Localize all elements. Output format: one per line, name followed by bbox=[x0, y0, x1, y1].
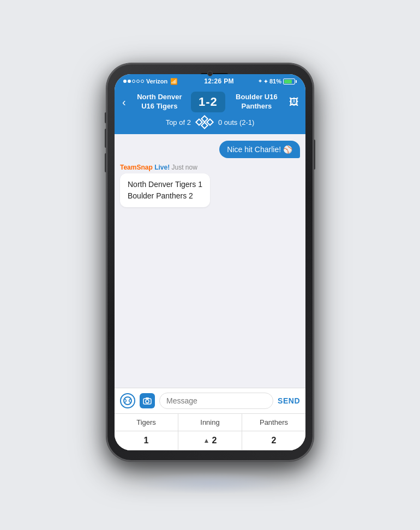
power-button bbox=[314, 140, 315, 170]
scorecard-data-row: 1 ▲ 2 2 bbox=[115, 431, 305, 450]
svg-rect-3 bbox=[146, 398, 149, 399]
inning-label: Top of 2 bbox=[166, 118, 191, 127]
chat-area: Nice hit Charlie! ⚾ TeamSnap Live! Just … bbox=[115, 134, 305, 388]
camera-notch bbox=[207, 71, 213, 76]
location-icon: ⌖ bbox=[259, 78, 262, 85]
wifi-icon: 📶 bbox=[170, 78, 178, 85]
battery-percent: 81% bbox=[269, 78, 281, 85]
battery-icon bbox=[283, 79, 297, 85]
battery-tip bbox=[296, 80, 297, 83]
inning-arrow: ▲ bbox=[203, 437, 210, 444]
scorecard-header-tigers: Tigers bbox=[115, 414, 178, 431]
bubble-text: Nice hit Charlie! ⚾ bbox=[227, 145, 292, 154]
outs-label: 0 outs (2-1) bbox=[218, 118, 254, 127]
signal-dot-4 bbox=[136, 80, 140, 83]
phone-body: Verizon 📶 12:26 PM ⌖ ✦ 81% bbox=[106, 63, 314, 461]
live-time: Just now bbox=[170, 164, 197, 171]
scorecard-inning-cell: ▲ 2 bbox=[178, 431, 242, 450]
score-text: 1-2 bbox=[199, 95, 218, 109]
bases-icon bbox=[195, 116, 214, 129]
signal-dot-5 bbox=[141, 80, 144, 83]
brand-name: TeamSnap bbox=[120, 164, 153, 171]
brand-live: Live! bbox=[153, 164, 170, 171]
scorecard-tigers-score: 1 bbox=[115, 431, 178, 450]
image-icon[interactable]: 🖼 bbox=[288, 97, 300, 108]
scorecard-header-inning: Inning bbox=[178, 414, 242, 431]
screen: Verizon 📶 12:26 PM ⌖ ✦ 81% bbox=[115, 74, 305, 450]
svg-point-0 bbox=[124, 397, 131, 405]
phone-wrapper: Verizon 📶 12:26 PM ⌖ ✦ 81% bbox=[106, 63, 314, 478]
live-card-line2: Boulder Panthers 2 bbox=[128, 190, 202, 202]
mute-button bbox=[105, 112, 106, 123]
send-button[interactable]: SEND bbox=[278, 396, 300, 405]
scorecard-panthers-score: 2 bbox=[242, 431, 305, 450]
volume-down-button bbox=[105, 153, 106, 172]
away-team-name: Boulder U16Panthers bbox=[227, 93, 286, 111]
carrier-label: Verizon bbox=[146, 78, 167, 85]
teamsnap-ball-icon[interactable] bbox=[120, 393, 135, 408]
home-team-name: North DenverU16 Tigers bbox=[130, 93, 189, 111]
phone-shadow bbox=[134, 472, 286, 494]
game-header: ‹ North DenverU16 Tigers 1-2 Boulder U16… bbox=[115, 87, 305, 134]
score-badge: 1-2 bbox=[191, 92, 225, 112]
scorecard-header: Tigers Inning Panthers bbox=[115, 414, 305, 431]
camera-button[interactable] bbox=[140, 393, 155, 408]
signal-dot-3 bbox=[132, 80, 135, 83]
signal-dot-2 bbox=[128, 80, 131, 83]
battery-body bbox=[283, 79, 295, 85]
scorecard-header-panthers: Panthers bbox=[242, 414, 305, 431]
live-card-line1: North Denver Tigers 1 bbox=[128, 179, 202, 190]
signal-dots bbox=[123, 80, 144, 83]
battery-fill bbox=[284, 80, 292, 83]
message-input[interactable] bbox=[159, 393, 273, 409]
score-row: ‹ North DenverU16 Tigers 1-2 Boulder U16… bbox=[120, 92, 300, 112]
live-card: North Denver Tigers 1 Boulder Panthers 2 bbox=[120, 173, 210, 207]
status-left: Verizon 📶 bbox=[123, 78, 179, 85]
signal-dot-1 bbox=[123, 80, 127, 83]
inning-row: Top of 2 0 outs (2-1) bbox=[120, 116, 300, 129]
back-button[interactable]: ‹ bbox=[120, 96, 128, 109]
input-row: SEND bbox=[115, 388, 305, 413]
status-time: 12:26 PM bbox=[204, 77, 233, 85]
status-right: ⌖ ✦ 81% bbox=[259, 78, 297, 85]
bluetooth-icon: ✦ bbox=[263, 79, 268, 85]
live-update: TeamSnap Live! Just now North Denver Tig… bbox=[120, 164, 210, 207]
live-label: TeamSnap Live! Just now bbox=[120, 164, 210, 171]
scorecard: Tigers Inning Panthers 1 ▲ 2 2 bbox=[115, 413, 305, 450]
volume-up-button bbox=[105, 129, 106, 148]
svg-point-2 bbox=[146, 400, 149, 403]
message-bubble-right: Nice hit Charlie! ⚾ bbox=[219, 141, 300, 158]
